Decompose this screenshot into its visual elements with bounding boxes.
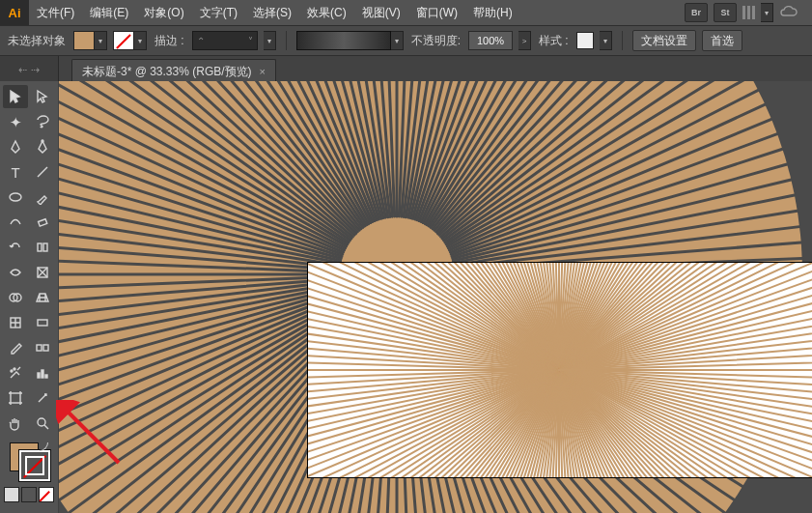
type-tool[interactable]: T	[3, 160, 28, 184]
artboard-rays	[308, 263, 812, 477]
ellipse-tool[interactable]	[3, 185, 28, 209]
app-logo: Ai	[0, 0, 29, 25]
menu-object[interactable]: 对象(O)	[136, 0, 191, 25]
selection-tool[interactable]	[3, 85, 28, 108]
color-mode-gradient[interactable]	[21, 487, 37, 502]
column-graph-tool[interactable]	[30, 361, 55, 385]
opacity-label: 不透明度:	[409, 33, 462, 49]
svg-rect-12	[43, 345, 48, 351]
canvas[interactable]	[59, 81, 812, 513]
selection-status: 未选择对象	[6, 33, 68, 49]
direct-selection-tool[interactable]	[30, 85, 55, 108]
eraser-tool[interactable]	[30, 211, 55, 234]
workspace-switcher-dropdown[interactable]: ▾	[761, 3, 773, 22]
tools-panel: ✦ T	[0, 81, 59, 513]
opacity-input[interactable]: 100%	[468, 31, 513, 50]
menu-select[interactable]: 选择(S)	[245, 0, 299, 25]
svg-rect-16	[42, 370, 43, 378]
gradient-tool[interactable]	[30, 311, 55, 334]
graphic-style-swatch[interactable]	[576, 32, 594, 49]
svg-point-13	[11, 370, 13, 372]
menu-view[interactable]: 视图(V)	[354, 0, 408, 25]
fill-stroke-indicator[interactable]	[6, 441, 52, 481]
style-label: 样式 :	[537, 33, 571, 49]
menu-window[interactable]: 窗口(W)	[408, 0, 465, 25]
document-tab[interactable]: 未标题-3* @ 33.33% (RGB/预览) ×	[71, 59, 276, 83]
menu-edit[interactable]: 编辑(E)	[82, 0, 136, 25]
fill-swatch[interactable]	[73, 31, 95, 50]
separator	[286, 31, 287, 50]
svg-rect-10	[38, 320, 47, 326]
shape-builder-tool[interactable]	[3, 286, 28, 309]
svg-rect-4	[38, 243, 42, 251]
rotate-tool[interactable]	[3, 236, 28, 259]
svg-rect-5	[43, 243, 47, 251]
opacity-dropdown[interactable]: >	[518, 31, 531, 50]
menu-type[interactable]: 文字(T)	[192, 0, 245, 25]
line-segment-tool[interactable]	[30, 160, 55, 184]
svg-rect-15	[38, 373, 40, 378]
svg-rect-3	[39, 219, 47, 226]
lasso-tool[interactable]	[30, 110, 55, 133]
menu-bar: Ai 文件(F) 编辑(E) 对象(O) 文字(T) 选择(S) 效果(C) 视…	[0, 0, 812, 25]
stock-icon[interactable]: St	[714, 3, 737, 22]
svg-point-19	[38, 418, 45, 426]
artboard-tool[interactable]	[3, 386, 28, 410]
brush-definition-swatch[interactable]	[296, 31, 391, 50]
document-tab-title: 未标题-3* @ 33.33% (RGB/预览)	[82, 64, 252, 80]
stroke-weight-dropdown[interactable]: ▾	[264, 31, 276, 50]
perspective-grid-tool[interactable]	[30, 286, 55, 309]
free-transform-tool[interactable]	[30, 261, 55, 284]
bridge-icon[interactable]: Br	[685, 3, 708, 22]
sync-icon[interactable]	[779, 4, 800, 21]
workspace: ✦ T	[0, 81, 812, 513]
shaper-tool[interactable]	[3, 211, 28, 234]
document-tab-bar: ⇠ ⇢ 未标题-3* @ 33.33% (RGB/预览) ×	[0, 56, 812, 84]
stroke-weight-input[interactable]: ⌃˅	[192, 31, 258, 50]
close-tab-icon[interactable]: ×	[260, 66, 266, 77]
svg-point-2	[10, 193, 21, 201]
arrange-documents-icon[interactable]	[742, 6, 755, 19]
stroke-color-well[interactable]	[19, 450, 50, 481]
width-tool[interactable]	[3, 261, 28, 284]
artboard	[308, 263, 812, 477]
reflect-tool[interactable]	[30, 236, 55, 259]
stroke-label: 描边 :	[153, 33, 186, 49]
zoom-tool[interactable]	[30, 412, 55, 435]
hand-tool[interactable]	[3, 412, 28, 435]
stroke-swatch[interactable]	[113, 31, 134, 50]
color-mode-solid[interactable]	[4, 487, 19, 502]
tab-scroll-buttons[interactable]: ⇠ ⇢	[0, 56, 59, 83]
svg-line-1	[38, 167, 47, 177]
swap-fill-stroke-icon[interactable]	[37, 441, 50, 454]
style-dropdown[interactable]: ▾	[600, 31, 612, 50]
color-mode-none[interactable]	[39, 487, 54, 502]
symbol-sprayer-tool[interactable]	[3, 361, 28, 385]
svg-point-0	[42, 140, 43, 142]
document-setup-button[interactable]: 文档设置	[632, 30, 696, 51]
fill-dropdown[interactable]: ▾	[95, 31, 107, 50]
color-mode-row	[4, 487, 54, 502]
control-bar: 未选择对象 ▾ ▾ 描边 : ⌃˅ ▾ ▾ 不透明度: 100% > 样式 : …	[0, 25, 812, 56]
preferences-button[interactable]: 首选	[702, 30, 742, 51]
curvature-tool[interactable]	[30, 135, 55, 158]
separator	[622, 31, 623, 50]
paintbrush-tool[interactable]	[30, 185, 55, 209]
brush-dropdown[interactable]: ▾	[391, 31, 404, 50]
stroke-dropdown[interactable]: ▾	[134, 31, 147, 50]
menu-file[interactable]: 文件(F)	[29, 0, 82, 25]
mesh-tool[interactable]	[3, 311, 28, 334]
svg-point-14	[14, 368, 15, 370]
magic-wand-tool[interactable]: ✦	[3, 110, 28, 133]
pen-tool[interactable]	[3, 135, 28, 158]
slice-tool[interactable]	[30, 386, 55, 410]
svg-rect-17	[45, 375, 47, 378]
blend-tool[interactable]	[30, 336, 55, 359]
svg-rect-18	[11, 393, 20, 403]
svg-rect-11	[37, 345, 42, 351]
menu-effect[interactable]: 效果(C)	[299, 0, 354, 25]
eyedropper-tool[interactable]	[3, 336, 28, 359]
menu-help[interactable]: 帮助(H)	[465, 0, 520, 25]
